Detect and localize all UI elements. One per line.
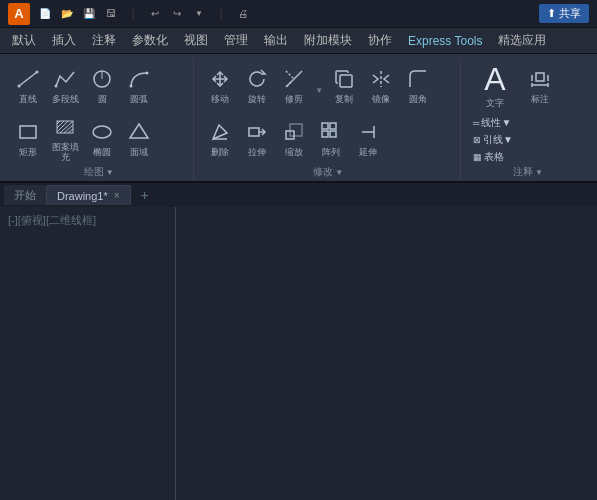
menu-output[interactable]: 输出 bbox=[256, 30, 296, 51]
tool-extend[interactable]: 延伸 bbox=[350, 113, 386, 165]
open-icon[interactable]: 📂 bbox=[58, 5, 76, 23]
tool-trim-dd[interactable]: ▼ bbox=[313, 60, 325, 112]
arc-icon bbox=[128, 68, 150, 93]
menu-express[interactable]: Express Tools bbox=[400, 32, 490, 50]
dim-icon bbox=[529, 68, 551, 93]
menu-insert[interactable]: 插入 bbox=[44, 30, 84, 51]
menu-default[interactable]: 默认 bbox=[4, 30, 44, 51]
svg-rect-23 bbox=[340, 75, 352, 87]
region-label: 面域 bbox=[130, 148, 148, 158]
svg-rect-8 bbox=[20, 126, 36, 138]
tool-stretch[interactable]: 拉伸 bbox=[239, 113, 275, 165]
menu-collaborate[interactable]: 协作 bbox=[360, 30, 400, 51]
tool-polyline[interactable]: 多段线 bbox=[47, 60, 83, 112]
circle-label: 圆 bbox=[98, 95, 107, 105]
rect-icon bbox=[17, 121, 39, 146]
copy-label: 复制 bbox=[335, 95, 353, 105]
new-tab-button[interactable]: + bbox=[135, 185, 155, 205]
svg-line-0 bbox=[19, 72, 37, 86]
plot-icon[interactable]: 🖨 bbox=[234, 5, 252, 23]
tool-move[interactable]: 移动 bbox=[202, 60, 238, 112]
menu-addons[interactable]: 附加模块 bbox=[296, 30, 360, 51]
modify-group-label[interactable]: 修改 ▼ bbox=[313, 165, 343, 179]
app-logo[interactable]: A bbox=[8, 3, 30, 25]
saveall-icon[interactable]: 🖫 bbox=[102, 5, 120, 23]
tool-rotate[interactable]: 旋转 bbox=[239, 60, 275, 112]
tool-dim[interactable]: 标注 bbox=[522, 60, 558, 112]
scale-label: 缩放 bbox=[285, 148, 303, 158]
share-icon: ⬆ bbox=[547, 7, 556, 20]
tool-region[interactable]: 面域 bbox=[121, 113, 157, 165]
draw-tools: 直线 多段线 bbox=[10, 60, 187, 181]
table-label: 表格 bbox=[484, 150, 504, 164]
save-icon[interactable]: 💾 bbox=[80, 5, 98, 23]
divider2: | bbox=[212, 5, 230, 23]
array-label: 阵列 bbox=[322, 148, 340, 158]
dropdown-icon[interactable]: ▼ bbox=[190, 5, 208, 23]
trim-icon bbox=[283, 68, 305, 93]
tool-line[interactable]: 直线 bbox=[10, 60, 46, 112]
new-icon[interactable]: 📄 bbox=[36, 5, 54, 23]
tool-fillet[interactable]: 圆角 bbox=[400, 60, 436, 112]
circle-icon bbox=[91, 68, 113, 93]
drawing1-tab-label: Drawing1* bbox=[57, 190, 108, 202]
svg-line-15 bbox=[68, 129, 73, 133]
tool-hatch[interactable]: 图案填充 bbox=[47, 113, 83, 165]
ribbon: 直线 多段线 bbox=[0, 54, 597, 183]
hatch-label: 图案填充 bbox=[49, 143, 81, 163]
menu-parametric[interactable]: 参数化 bbox=[124, 30, 176, 51]
text-label: 文字 bbox=[486, 97, 504, 110]
tab-drawing1[interactable]: Drawing1* × bbox=[46, 185, 131, 205]
trim-label: 修剪 bbox=[285, 95, 303, 105]
tool-copy[interactable]: 复制 bbox=[326, 60, 362, 112]
tool-array[interactable]: 阵列 bbox=[313, 113, 349, 165]
tool-mirror[interactable]: 镜像 bbox=[363, 60, 399, 112]
menu-featured[interactable]: 精选应用 bbox=[490, 30, 554, 51]
extend-icon bbox=[357, 121, 379, 146]
svg-rect-29 bbox=[249, 128, 259, 136]
tool-scale[interactable]: 缩放 bbox=[276, 113, 312, 165]
share-label: 共享 bbox=[559, 6, 581, 21]
line-icon bbox=[17, 68, 39, 93]
menu-manage[interactable]: 管理 bbox=[216, 30, 256, 51]
linestyle-btn[interactable]: ═ 线性▼ bbox=[469, 115, 517, 131]
rotate-label: 旋转 bbox=[248, 95, 266, 105]
view-label: [-][俯视][二维线框] bbox=[8, 213, 96, 228]
tab-bar: 开始 Drawing1* × + bbox=[0, 183, 597, 207]
svg-line-20 bbox=[286, 71, 302, 87]
tool-erase[interactable]: 删除 bbox=[202, 113, 238, 165]
annotation-group-label[interactable]: 注释 ▼ bbox=[513, 165, 543, 179]
tool-text[interactable]: A 文字 bbox=[469, 60, 521, 112]
draw-group-label[interactable]: 绘图 ▼ bbox=[84, 165, 114, 179]
table-btn[interactable]: ▦ 表格 bbox=[469, 149, 517, 165]
tool-rect[interactable]: 矩形 bbox=[10, 113, 46, 165]
tool-ellipse[interactable]: 椭圆 bbox=[84, 113, 120, 165]
menu-annotate[interactable]: 注释 bbox=[84, 30, 124, 51]
svg-rect-34 bbox=[330, 123, 336, 129]
hatch-icon bbox=[54, 116, 76, 141]
title-bar-icons: 📄 📂 💾 🖫 | ↩ ↪ ▼ | 🖨 bbox=[36, 5, 252, 23]
fillet-label: 圆角 bbox=[409, 95, 427, 105]
polyline-label: 多段线 bbox=[52, 95, 79, 105]
region-icon bbox=[128, 121, 150, 146]
svg-rect-44 bbox=[536, 73, 544, 81]
undo-icon[interactable]: ↩ bbox=[146, 5, 164, 23]
tool-arc[interactable]: 圆弧 bbox=[121, 60, 157, 112]
share-button[interactable]: ⬆ 共享 bbox=[539, 4, 589, 23]
annotation-tools: A 文字 标注 bbox=[469, 60, 587, 181]
tab-start[interactable]: 开始 bbox=[4, 185, 46, 205]
linewidth-btn[interactable]: ⊠ 引线▼ bbox=[469, 132, 517, 148]
tool-trim[interactable]: 修剪 bbox=[276, 60, 312, 112]
close-tab-icon[interactable]: × bbox=[114, 190, 120, 201]
line-style-group: ═ 线性▼ ⊠ 引线▼ ▦ 表格 bbox=[469, 115, 517, 165]
svg-point-6 bbox=[130, 84, 133, 87]
scale-icon bbox=[283, 121, 305, 146]
tool-circle[interactable]: 圆 bbox=[84, 60, 120, 112]
redo-icon[interactable]: ↪ bbox=[168, 5, 186, 23]
start-tab-label: 开始 bbox=[14, 188, 36, 203]
extend-label: 延伸 bbox=[359, 148, 377, 158]
erase-label: 删除 bbox=[211, 148, 229, 158]
drawing-area[interactable]: [-][俯视][二维线框] bbox=[0, 207, 597, 500]
svg-marker-27 bbox=[213, 125, 227, 139]
menu-view[interactable]: 视图 bbox=[176, 30, 216, 51]
